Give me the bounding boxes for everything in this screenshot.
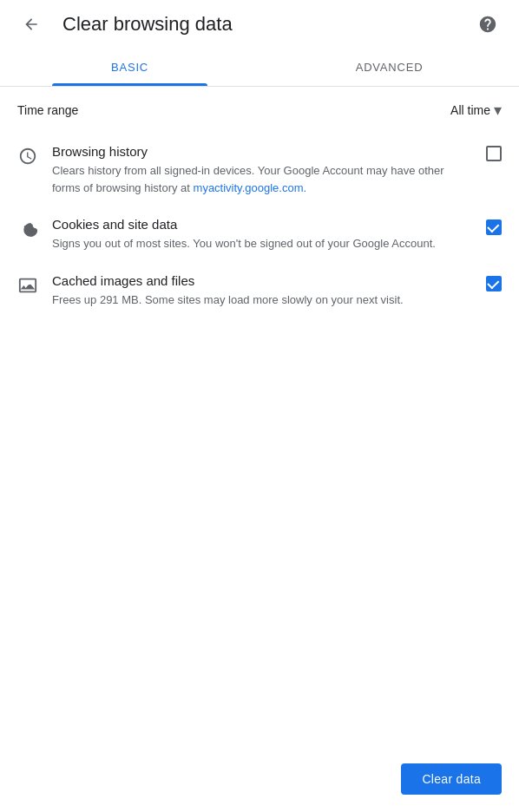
browsing-history-content: Browsing history Clears history from all… [52,144,472,196]
browsing-history-title: Browsing history [52,144,472,159]
clear-data-button[interactable]: Clear data [401,763,502,795]
option-cookies: Cookies and site data Signs you out of m… [0,206,519,263]
option-browsing-history: Browsing history Clears history from all… [0,134,519,206]
time-range-label: Time range [17,103,78,117]
cookies-title: Cookies and site data [52,217,472,232]
cookies-desc: Signs you out of most sites. You won't b… [52,235,472,252]
tabs: BASIC ADVANCED [0,49,519,87]
cookies-content: Cookies and site data Signs you out of m… [52,217,472,252]
tab-advanced[interactable]: ADVANCED [260,49,519,86]
time-range-value: All time [450,103,490,117]
myactivity-link[interactable]: myactivity.google.com. [194,181,307,194]
cookie-icon [17,219,38,239]
option-cached: Cached images and files Frees up 291 MB.… [0,263,519,319]
time-range-row: Time range All time ▾ [0,87,519,134]
clock-icon [17,146,38,167]
checked-box-2 [486,276,502,291]
chevron-down-icon: ▾ [494,101,502,120]
footer: Clear data [401,763,502,795]
browsing-history-desc: Clears history from all signed-in device… [52,162,472,196]
back-button[interactable] [14,7,49,42]
time-range-select[interactable]: All time ▾ [450,101,502,120]
cached-title: Cached images and files [52,273,472,288]
checked-box [486,219,502,235]
help-button[interactable] [470,7,505,42]
cached-checkbox[interactable] [486,275,502,291]
cached-content: Cached images and files Frees up 291 MB.… [52,273,472,309]
cached-desc: Frees up 291 MB. Some sites may load mor… [52,291,472,309]
unchecked-box [486,146,502,161]
cookies-checkbox[interactable] [486,219,502,235]
image-icon [17,275,38,296]
browsing-history-checkbox[interactable] [486,146,502,165]
header: Clear browsing data [0,0,519,49]
tab-basic[interactable]: BASIC [0,49,260,86]
page-title: Clear browsing data [62,13,233,36]
header-left: Clear browsing data [14,7,233,42]
